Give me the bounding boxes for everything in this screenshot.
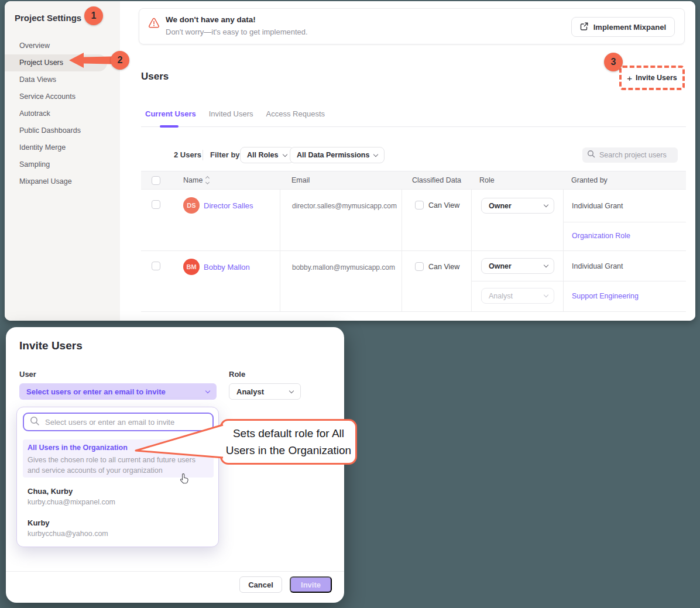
header-email: Email bbox=[280, 176, 402, 184]
implement-mixpanel-button[interactable]: Implement Mixpanel bbox=[571, 17, 675, 37]
option-all-users-title: All Users in the Organization bbox=[28, 444, 128, 452]
can-view-checkbox[interactable] bbox=[415, 201, 424, 209]
tab-invited-users[interactable]: Invited Users bbox=[209, 109, 253, 118]
warning-icon bbox=[148, 18, 160, 31]
role-select[interactable]: Analyst bbox=[229, 383, 301, 400]
tab-access-requests[interactable]: Access Requests bbox=[266, 109, 325, 118]
user-count: 2 Users bbox=[174, 150, 201, 159]
sidebar-item-sampling[interactable]: Sampling bbox=[5, 156, 120, 173]
can-view-checkbox[interactable] bbox=[415, 262, 424, 271]
role-dropdown-disabled: Analyst bbox=[481, 288, 554, 304]
granted-by-link[interactable]: Organization Role bbox=[572, 232, 630, 240]
chevron-down-icon bbox=[282, 152, 287, 156]
table-row: BM Bobby Mallon bobby.mallon@mymusicapp.… bbox=[141, 251, 686, 312]
all-roles-filter[interactable]: All Roles bbox=[240, 147, 294, 163]
active-tab-indicator bbox=[160, 125, 179, 128]
avatar: DS bbox=[183, 197, 200, 214]
granted-by-value: Individual Grant bbox=[572, 262, 623, 270]
chevron-down-icon bbox=[544, 263, 548, 267]
sort-icon bbox=[206, 177, 209, 184]
invite-users-modal: Invite Users User Role Select users or e… bbox=[6, 327, 344, 603]
tabs-divider bbox=[141, 126, 686, 127]
user-email: bobby.mallon@mymusicapp.com bbox=[292, 263, 395, 272]
implement-mixpanel-label: Implement Mixpanel bbox=[593, 23, 666, 32]
sidebar-item-public-dashboards[interactable]: Public Dashboards bbox=[5, 122, 120, 139]
option-user[interactable]: Chua, Kurby bbox=[28, 487, 73, 496]
tab-current-users[interactable]: Current Users bbox=[145, 109, 196, 118]
user-select[interactable]: Select users or enter an email to invite bbox=[19, 383, 217, 400]
cancel-button[interactable]: Cancel bbox=[239, 576, 282, 593]
toolbar-divider bbox=[203, 150, 203, 160]
filter-by-label: Filter by bbox=[210, 150, 240, 159]
invite-users-highlight: + Invite Users bbox=[619, 66, 685, 90]
modal-title: Invite Users bbox=[19, 339, 83, 352]
option-user[interactable]: Kurby bbox=[28, 518, 50, 527]
chevron-down-icon bbox=[373, 152, 378, 156]
users-table: Name Email Classified Data Role Granted … bbox=[141, 171, 686, 312]
page: Project Settings Overview Project Users … bbox=[0, 0, 700, 608]
permissions-label: All Data Permissions bbox=[297, 151, 369, 159]
invite-users-label: Invite Users bbox=[636, 74, 677, 82]
hand-cursor-icon bbox=[180, 473, 190, 486]
role-sub-divider bbox=[471, 281, 686, 281]
data-permissions-filter[interactable]: All Data Permissions bbox=[290, 147, 385, 163]
project-users-search[interactable] bbox=[582, 147, 678, 163]
all-roles-label: All Roles bbox=[247, 151, 279, 159]
header-granted-by: Granted by bbox=[563, 176, 686, 184]
page-title: Users bbox=[141, 71, 169, 83]
search-input[interactable] bbox=[599, 151, 670, 159]
settings-content: We don't have any data! Don't worry—it's… bbox=[120, 1, 695, 321]
role-dropdown[interactable]: Owner bbox=[481, 198, 554, 214]
banner-title: We don't have any data! bbox=[166, 15, 256, 24]
granted-sub-divider bbox=[563, 222, 686, 222]
role-field-label: Role bbox=[229, 370, 245, 379]
invite-button[interactable]: Invite bbox=[290, 576, 332, 593]
user-name-link[interactable]: Director Salles bbox=[204, 201, 253, 210]
table-row: DS Director Salles director.salles@mymus… bbox=[141, 190, 686, 251]
table-header-row: Name Email Classified Data Role Granted … bbox=[141, 171, 686, 190]
external-link-icon bbox=[580, 22, 588, 32]
sidebar-item-data-views[interactable]: Data Views bbox=[5, 71, 120, 88]
invite-users-button[interactable]: + Invite Users bbox=[627, 73, 677, 83]
granted-by-link[interactable]: Support Engineering bbox=[572, 292, 639, 300]
sidebar-item-identity-merge[interactable]: Identity Merge bbox=[5, 139, 120, 156]
no-data-banner: We don't have any data! Don't worry—it's… bbox=[139, 8, 685, 44]
user-email: director.salles@mymusicapp.com bbox=[292, 202, 397, 210]
sidebar-title: Project Settings bbox=[15, 13, 81, 23]
callout-tail bbox=[132, 422, 224, 463]
chevron-down-icon bbox=[544, 202, 548, 207]
banner-subtitle: Don't worry—it's easy to get implemented… bbox=[166, 28, 308, 36]
modal-footer-divider bbox=[6, 571, 344, 572]
callout-bubble: Sets default role for All Users in the O… bbox=[220, 419, 357, 465]
sidebar-item-service-accounts[interactable]: Service Accounts bbox=[5, 88, 120, 105]
users-tabs: Current Users Invited Users Access Reque… bbox=[145, 109, 325, 118]
user-select-value: Select users or enter an email to invite bbox=[26, 387, 166, 396]
annotation-step-2: 2 bbox=[111, 51, 129, 70]
role-select-value: Analyst bbox=[236, 387, 264, 396]
user-field-label: User bbox=[19, 370, 36, 379]
avatar: BM bbox=[183, 259, 200, 275]
sidebar-item-autotrack[interactable]: Autotrack bbox=[5, 105, 120, 122]
row-checkbox[interactable] bbox=[152, 262, 160, 270]
user-name-link[interactable]: Bobby Mallon bbox=[204, 263, 250, 272]
header-classified-data: Classified Data bbox=[402, 176, 471, 184]
option-user-email: kurbycchua@yahoo.com bbox=[28, 530, 108, 538]
granted-by-value: Individual Grant bbox=[572, 202, 623, 210]
project-settings-window: Project Settings Overview Project Users … bbox=[5, 1, 695, 321]
select-all-checkbox[interactable] bbox=[152, 176, 160, 185]
header-role: Role bbox=[471, 176, 563, 184]
row-checkbox[interactable] bbox=[152, 200, 160, 209]
chevron-down-icon bbox=[289, 388, 294, 393]
callout-text: Sets default role for All Users in the O… bbox=[220, 419, 357, 465]
search-icon bbox=[30, 416, 40, 428]
role-dropdown[interactable]: Owner bbox=[481, 258, 554, 274]
can-view-label: Can View bbox=[428, 263, 459, 271]
option-user-email: kurby.chua@mixpanel.com bbox=[28, 498, 115, 506]
sidebar-item-mixpanel-usage[interactable]: Mixpanel Usage bbox=[5, 173, 120, 190]
annotation-step-3: 3 bbox=[604, 53, 623, 71]
chevron-down-icon bbox=[544, 293, 548, 297]
header-name[interactable]: Name bbox=[174, 176, 280, 184]
users-toolbar: 2 Users Filter by All Roles All Data Per… bbox=[120, 146, 695, 164]
can-view-label: Can View bbox=[428, 201, 459, 209]
plus-icon: + bbox=[627, 73, 632, 83]
